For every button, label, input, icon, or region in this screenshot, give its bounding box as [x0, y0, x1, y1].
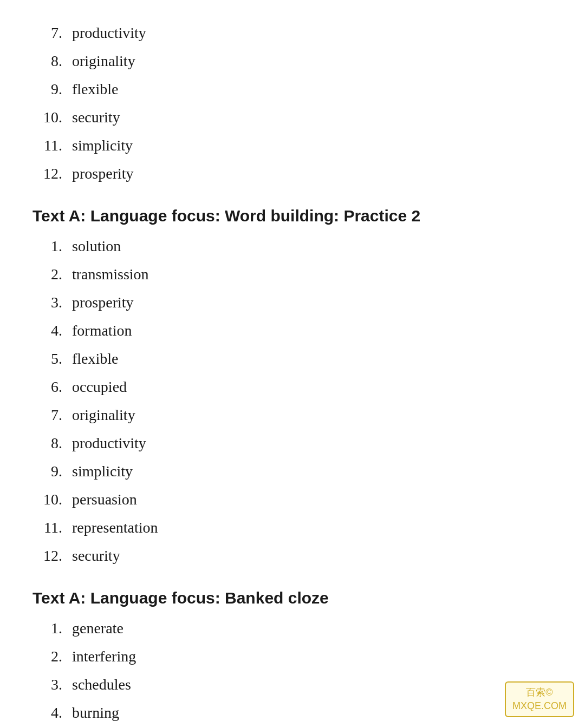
- list-text: productivity: [72, 22, 146, 44]
- list-text: transmission: [72, 263, 149, 286]
- list-number: 9.: [32, 460, 62, 483]
- list-number: 12.: [32, 545, 62, 567]
- list-text: occupied: [72, 376, 127, 398]
- list-number: 5.: [32, 347, 62, 370]
- watermark-line2: MXQE.COM: [512, 699, 567, 713]
- list-number: 4.: [32, 319, 62, 342]
- list-number: 1.: [32, 617, 62, 640]
- list-item: 8. originality: [32, 50, 552, 73]
- list-item: 8. productivity: [32, 432, 552, 455]
- list-item: 12. security: [32, 545, 552, 567]
- list-item: 12. prosperity: [32, 162, 552, 185]
- list-number: 2.: [32, 645, 62, 668]
- list-text: prosperity: [72, 291, 134, 314]
- list-item: 3. schedules: [32, 673, 552, 696]
- list-text: flexible: [72, 78, 119, 101]
- list-text: simplicity: [72, 460, 133, 483]
- list-number: 7.: [32, 404, 62, 427]
- list-item: 7. originality: [32, 404, 552, 427]
- list-text: representation: [72, 516, 158, 539]
- list-item: 2. transmission: [32, 263, 552, 286]
- section-2-title: Text A: Language focus: Word building: P…: [32, 207, 552, 225]
- list-number: 11.: [32, 134, 62, 157]
- list-text: prosperity: [72, 162, 134, 185]
- list-number: 2.: [32, 263, 62, 286]
- section-3: Text A: Language focus: Banked cloze 1. …: [32, 589, 552, 728]
- list-item: 1. solution: [32, 235, 552, 258]
- watermark: 百索© MXQE.COM: [505, 681, 574, 717]
- list-text: originality: [72, 50, 135, 73]
- list-number: 8.: [32, 50, 62, 73]
- list-item: 1. generate: [32, 617, 552, 640]
- section-1: 7. productivity 8. originality 9. flexib…: [32, 22, 552, 185]
- list-item: 10. security: [32, 106, 552, 129]
- list-text: schedules: [72, 673, 131, 696]
- list-text: burning: [72, 701, 119, 724]
- list-item: 2. interfering: [32, 645, 552, 668]
- list-text: persuasion: [72, 488, 137, 511]
- list-number: 12.: [32, 162, 62, 185]
- list-item: 10. persuasion: [32, 488, 552, 511]
- list-text: productivity: [72, 432, 146, 455]
- list-text: security: [72, 545, 120, 567]
- watermark-line1: 百索©: [512, 686, 567, 699]
- list-item: 4. formation: [32, 319, 552, 342]
- list-number: 6.: [32, 376, 62, 398]
- list-item: 9. simplicity: [32, 460, 552, 483]
- list-item: 3. prosperity: [32, 291, 552, 314]
- list-item: 11. representation: [32, 516, 552, 539]
- list-number: 9.: [32, 78, 62, 101]
- list-number: 10.: [32, 488, 62, 511]
- list-text: security: [72, 106, 120, 129]
- list-text: solution: [72, 235, 121, 258]
- list-text: simplicity: [72, 134, 133, 157]
- list-number: 8.: [32, 432, 62, 455]
- section-2: Text A: Language focus: Word building: P…: [32, 207, 552, 567]
- list-number: 7.: [32, 22, 62, 44]
- list-number: 11.: [32, 516, 62, 539]
- list-number: 1.: [32, 235, 62, 258]
- list-item: 11. simplicity: [32, 134, 552, 157]
- list-text: originality: [72, 404, 135, 427]
- section-3-title: Text A: Language focus: Banked cloze: [32, 589, 552, 607]
- list-text: generate: [72, 617, 123, 640]
- list-item: 9. flexible: [32, 78, 552, 101]
- list-item: 4. burning: [32, 701, 552, 724]
- list-item: 5. flexible: [32, 347, 552, 370]
- list-item: 7. productivity: [32, 22, 552, 44]
- list-text: formation: [72, 319, 132, 342]
- list-item: 6. occupied: [32, 376, 552, 398]
- list-number: 3.: [32, 673, 62, 696]
- list-number: 3.: [32, 291, 62, 314]
- list-number: 4.: [32, 701, 62, 724]
- list-text: interfering: [72, 645, 136, 668]
- list-text: flexible: [72, 347, 119, 370]
- list-number: 10.: [32, 106, 62, 129]
